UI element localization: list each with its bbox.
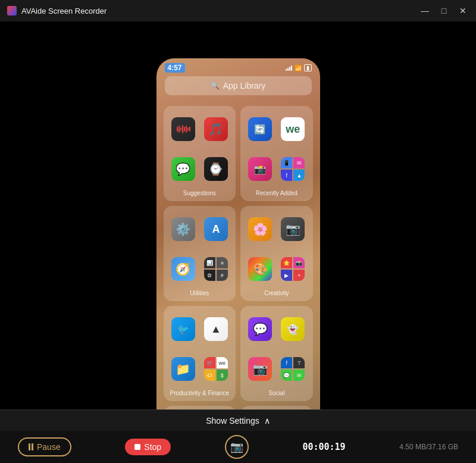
- camera-icon-wrapper: 📷: [278, 211, 308, 248]
- mini-icon-3: f: [281, 170, 292, 181]
- prod-mini-1: 🛒: [204, 357, 215, 368]
- controls-bar: Pause Stop 📷 00:00:19 4.50 MB/37.16 GB: [0, 431, 476, 463]
- app-row-2: ⚙️ A 🧭 📊 ≡: [164, 206, 313, 301]
- creat-mini-1: ⭐: [281, 257, 292, 268]
- status-time: 4:57: [165, 63, 185, 73]
- pinwheel-icon[interactable]: 🎨: [248, 257, 272, 281]
- signal-icon: [286, 65, 292, 71]
- toolbox-icon-wrapper: 🔄: [245, 111, 275, 148]
- search-bar[interactable]: 🔍 App Library: [165, 76, 312, 95]
- camera-icon-btn: 📷: [230, 440, 243, 453]
- recently-added-label: Recently Added: [245, 190, 308, 196]
- safari-icon[interactable]: 🧭: [171, 257, 195, 281]
- pause-icon: [29, 443, 33, 451]
- files-icon-wrapper: 📁: [168, 351, 198, 387]
- util-mini-3: ⚙: [204, 270, 215, 281]
- app-icon: [7, 6, 17, 15]
- settings-icon-wrapper: ⚙️: [168, 211, 198, 248]
- toolbox-icon[interactable]: 🔄: [248, 117, 272, 141]
- utilities-icons: ⚙️ A 🧭 📊 ≡: [168, 211, 231, 287]
- title-bar-controls: — □ ✕: [419, 5, 469, 17]
- svg-rect-6: [187, 127, 189, 131]
- svg-rect-2: [180, 127, 181, 131]
- svg-rect-7: [189, 127, 190, 132]
- drive-icon[interactable]: ▲: [204, 317, 228, 341]
- minimize-button[interactable]: —: [419, 5, 431, 17]
- files-icon[interactable]: 📁: [171, 357, 195, 381]
- util-mini-4: #: [217, 270, 228, 281]
- category-recently-added[interactable]: 🔄 we 📸 📱 ✉: [240, 106, 313, 201]
- mini-icon-4: ▲: [293, 170, 305, 181]
- chevron-up-icon: ∧: [264, 416, 270, 426]
- show-settings-bar[interactable]: Show Settings ∧: [0, 409, 476, 431]
- social-label: Social: [245, 390, 308, 396]
- prod-mini-4: $: [217, 370, 228, 381]
- maximize-button[interactable]: □: [438, 5, 450, 17]
- stop-button[interactable]: Stop: [125, 439, 171, 455]
- photos-icon-wrapper: 🌸: [245, 211, 275, 248]
- utilities-label: Utilities: [168, 290, 231, 296]
- util-mini-1: 📊: [204, 257, 215, 268]
- creat-mini-4: +: [293, 270, 305, 281]
- snapchat-icon-wrapper: 👻: [278, 311, 308, 348]
- mini-cluster-utilities-icons: 📊 ≡ ⚙ #: [204, 257, 228, 281]
- twitter-icon[interactable]: 🐦: [171, 317, 195, 341]
- watch-icon[interactable]: ⌚: [204, 157, 228, 181]
- storage-display: 4.50 MB/37.16 GB: [399, 443, 458, 451]
- voice-memo-icon[interactable]: [171, 117, 195, 141]
- title-bar-left: AVAide Screen Recorder: [7, 6, 107, 15]
- inshot-icon-wrapper: 📸: [245, 151, 275, 187]
- messages-icon[interactable]: 💬: [171, 157, 195, 181]
- category-productivity[interactable]: 🐦 ▲ 📁 🛒 we: [164, 306, 236, 401]
- app-grid: 🎵 💬 ⌚ Suggestions: [156, 101, 320, 432]
- svg-rect-1: [178, 126, 180, 133]
- we-icon-wrapper: we: [278, 111, 308, 148]
- inshot-icon[interactable]: 📸: [248, 157, 272, 181]
- messages-icon-wrapper: 💬: [168, 151, 198, 187]
- wifi-icon: 📶: [295, 65, 302, 71]
- soc-mini-3: 💬: [281, 370, 292, 381]
- we-icon[interactable]: we: [281, 117, 305, 141]
- soc-mini-1: f: [281, 357, 292, 368]
- status-bar: 4:57 📶 ▮: [156, 58, 320, 75]
- appstore-icon[interactable]: A: [204, 217, 228, 241]
- pause-button[interactable]: Pause: [18, 437, 71, 456]
- battery-icon: ▮: [304, 64, 312, 71]
- close-button[interactable]: ✕: [457, 5, 469, 17]
- mini-icon-2: ✉: [293, 157, 305, 168]
- stop-icon: [134, 444, 140, 450]
- pause-label: Pause: [37, 442, 61, 452]
- category-suggestions[interactable]: 🎵 💬 ⌚ Suggestions: [164, 106, 236, 201]
- watch-icon-wrapper: ⌚: [201, 151, 231, 187]
- mini-cluster-recently: 📱 ✉ f ▲: [278, 151, 308, 187]
- mini-cluster-recently-icons: 📱 ✉ f ▲: [281, 157, 305, 181]
- music-icon[interactable]: 🎵: [204, 117, 228, 141]
- suggestions-label: Suggestions: [168, 190, 231, 196]
- snapchat-icon[interactable]: 👻: [281, 317, 305, 341]
- mini-cluster-creativity-icons: ⭐ 📸 ▶ +: [281, 257, 305, 281]
- drive-icon-wrapper: ▲: [201, 311, 231, 348]
- camera-icon[interactable]: 📷: [281, 217, 305, 241]
- app-title: AVAide Screen Recorder: [21, 7, 107, 15]
- category-creativity[interactable]: 🌸 📷 🎨 ⭐ 📸: [240, 206, 313, 301]
- soc-mini-2: T: [293, 357, 305, 368]
- instagram-icon[interactable]: 📷: [248, 357, 272, 381]
- util-mini-2: ≡: [217, 257, 228, 268]
- category-social[interactable]: 💬 👻 📷 f T: [240, 306, 313, 401]
- photos-icon[interactable]: 🌸: [248, 217, 272, 241]
- app-row-3: 🐦 ▲ 📁 🛒 we: [164, 306, 313, 401]
- screenshot-button[interactable]: 📷: [225, 435, 249, 459]
- category-utilities[interactable]: ⚙️ A 🧭 📊 ≡: [164, 206, 236, 301]
- productivity-icons: 🐦 ▲ 📁 🛒 we: [168, 311, 231, 387]
- svg-rect-0: [177, 127, 178, 132]
- safari-icon-wrapper: 🧭: [168, 251, 198, 287]
- soc-mini-4: ✉: [293, 370, 305, 381]
- mini-cluster-creativity: ⭐ 📸 ▶ +: [278, 251, 308, 287]
- messenger-icon[interactable]: 💬: [248, 317, 272, 341]
- settings-icon[interactable]: ⚙️: [171, 217, 195, 241]
- timer-display: 00:00:19: [302, 442, 345, 452]
- creativity-icons: 🌸 📷 🎨 ⭐ 📸: [245, 211, 308, 287]
- mini-icon-1: 📱: [281, 157, 292, 168]
- mini-cluster-productivity: 🛒 we 🏷 $: [201, 351, 231, 387]
- prod-mini-2: we: [217, 357, 228, 368]
